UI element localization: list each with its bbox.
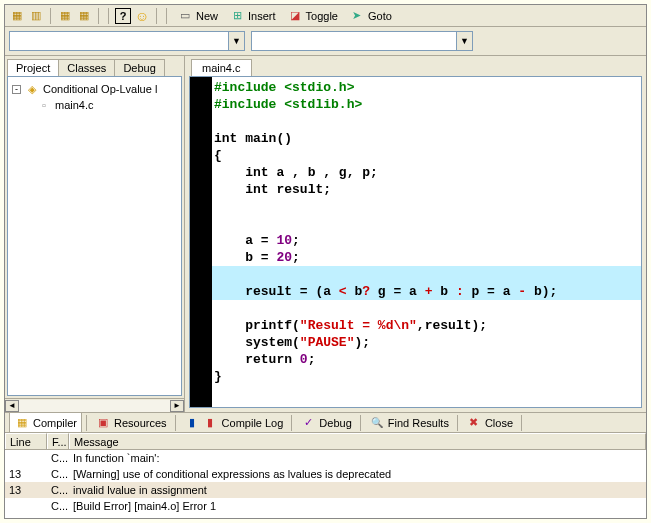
insert-icon bbox=[229, 8, 245, 24]
tree-root-label: Conditional Op-Lvalue l bbox=[43, 83, 157, 95]
tab-label: Compiler bbox=[33, 417, 77, 429]
code-area[interactable]: #include <stdio.h> #include <stdlib.h> i… bbox=[189, 76, 642, 408]
tab-project[interactable]: Project bbox=[7, 59, 59, 76]
main-area: Project Classes Debug - Conditional Op-L… bbox=[5, 56, 646, 412]
insert-button[interactable]: Insert bbox=[225, 7, 280, 25]
class-combo[interactable]: ▼ bbox=[9, 31, 245, 51]
new-bookmark-button[interactable]: New bbox=[173, 7, 222, 25]
new-label: New bbox=[196, 10, 218, 22]
output-row[interactable]: C...[Build Error] [main4.o] Error 1 bbox=[5, 498, 646, 514]
output-row[interactable]: 13C...[Warning] use of conditional expre… bbox=[5, 466, 646, 482]
goto-button[interactable]: Goto bbox=[345, 7, 396, 25]
code-line: int result; bbox=[214, 182, 331, 197]
output-header: Line F... Message bbox=[5, 433, 646, 450]
separator bbox=[98, 8, 99, 24]
tree-collapse-icon[interactable]: - bbox=[12, 85, 21, 94]
tab-classes[interactable]: Classes bbox=[58, 59, 115, 76]
code-text[interactable]: #include <stdio.h> #include <stdlib.h> i… bbox=[212, 77, 641, 407]
separator bbox=[50, 8, 51, 24]
tree-root[interactable]: - Conditional Op-Lvalue l bbox=[12, 81, 177, 97]
tab-label: Resources bbox=[114, 417, 167, 429]
cell-line: 13 bbox=[5, 483, 47, 497]
separator bbox=[175, 415, 176, 431]
cell-file: C... bbox=[47, 467, 69, 481]
file-tab-main4[interactable]: main4.c bbox=[191, 59, 252, 76]
insert-label: Insert bbox=[248, 10, 276, 22]
toggle-button[interactable]: Toggle bbox=[283, 7, 342, 25]
project-icon bbox=[24, 81, 40, 97]
about-icon[interactable] bbox=[134, 8, 150, 24]
side-tabs: Project Classes Debug bbox=[5, 56, 184, 76]
scroll-left-icon[interactable]: ◄ bbox=[5, 400, 19, 412]
tree-file[interactable]: main4.c bbox=[36, 97, 177, 113]
cell-line bbox=[5, 457, 47, 459]
separator bbox=[108, 8, 109, 24]
panel2-icon[interactable] bbox=[76, 8, 92, 24]
cell-message: [Build Error] [main4.o] Error 1 bbox=[69, 499, 646, 513]
chevron-down-icon[interactable]: ▼ bbox=[456, 32, 472, 50]
code-line: int a , b , g, p; bbox=[214, 165, 378, 180]
output-row[interactable]: 13C...invalid lvalue in assignment bbox=[5, 482, 646, 498]
code-line-highlighted: result = (a < b? g = a + b : p = a - b); bbox=[212, 266, 641, 300]
tab-find-results[interactable]: Find Results bbox=[365, 413, 453, 433]
code-line: a = 10; bbox=[214, 233, 300, 248]
side-panel: Project Classes Debug - Conditional Op-L… bbox=[5, 56, 185, 412]
tab-resources[interactable]: Resources bbox=[91, 413, 171, 433]
editor-gutter bbox=[190, 77, 212, 407]
combo-row: ▼ ▼ bbox=[5, 27, 646, 56]
tab-compiler[interactable]: Compiler bbox=[9, 412, 82, 434]
separator bbox=[166, 8, 167, 24]
code-line: #include <stdlib.h> bbox=[214, 97, 362, 112]
code-line: } bbox=[214, 369, 222, 384]
editor-panel: main4.c #include <stdio.h> #include <std… bbox=[185, 56, 646, 412]
project-tree[interactable]: - Conditional Op-Lvalue l main4.c bbox=[7, 76, 182, 396]
scroll-track[interactable] bbox=[19, 400, 170, 412]
tab-compile-log[interactable]: Compile Log bbox=[180, 413, 288, 433]
separator bbox=[360, 415, 361, 431]
panel-icon[interactable] bbox=[57, 8, 73, 24]
tab-label: Find Results bbox=[388, 417, 449, 429]
window-layout-icon[interactable] bbox=[9, 8, 25, 24]
help-icon[interactable]: ? bbox=[115, 8, 131, 24]
toggle-label: Toggle bbox=[306, 10, 338, 22]
code-line: #include <stdio.h> bbox=[214, 80, 354, 95]
file-tabs: main4.c bbox=[185, 56, 646, 76]
output-rows: C...In function `main':13C...[Warning] u… bbox=[5, 450, 646, 518]
tab-label: Debug bbox=[319, 417, 351, 429]
compiler-output: Line F... Message C...In function `main'… bbox=[5, 432, 646, 518]
tree-file-label: main4.c bbox=[55, 99, 94, 111]
function-combo[interactable]: ▼ bbox=[251, 31, 473, 51]
separator bbox=[457, 415, 458, 431]
close-icon bbox=[466, 415, 482, 431]
col-message[interactable]: Message bbox=[69, 433, 646, 449]
window-layout2-icon[interactable] bbox=[28, 8, 44, 24]
cell-file: C... bbox=[47, 499, 69, 513]
code-line: printf("Result = %d\n",result); bbox=[214, 318, 487, 333]
col-file[interactable]: F... bbox=[47, 433, 69, 449]
code-line: int main() bbox=[214, 131, 292, 146]
tab-debug[interactable]: Debug bbox=[114, 59, 164, 76]
tree-hscroll[interactable]: ◄ ► bbox=[5, 398, 184, 412]
separator bbox=[156, 8, 157, 24]
top-toolbar: ? New Insert Toggle Goto bbox=[5, 5, 646, 27]
tab-close[interactable]: Close bbox=[462, 413, 517, 433]
resources-icon bbox=[95, 415, 111, 431]
scroll-right-icon[interactable]: ► bbox=[170, 400, 184, 412]
tab-label: Close bbox=[485, 417, 513, 429]
cell-file: C... bbox=[47, 483, 69, 497]
separator bbox=[86, 415, 87, 431]
col-line[interactable]: Line bbox=[5, 433, 47, 449]
debug-icon bbox=[300, 415, 316, 431]
bottom-tabs: Compiler Resources Compile Log Debug Fin… bbox=[5, 412, 646, 432]
compiler-icon bbox=[14, 415, 30, 431]
chevron-down-icon[interactable]: ▼ bbox=[228, 32, 244, 50]
output-row[interactable]: C...In function `main': bbox=[5, 450, 646, 466]
tab-label: Compile Log bbox=[222, 417, 284, 429]
find-icon bbox=[369, 415, 385, 431]
log-icon bbox=[203, 415, 219, 431]
goto-label: Goto bbox=[368, 10, 392, 22]
tab-debug-bottom[interactable]: Debug bbox=[296, 413, 355, 433]
separator bbox=[521, 415, 522, 431]
goto-icon bbox=[349, 8, 365, 24]
code-line: b = 20; bbox=[214, 250, 300, 265]
